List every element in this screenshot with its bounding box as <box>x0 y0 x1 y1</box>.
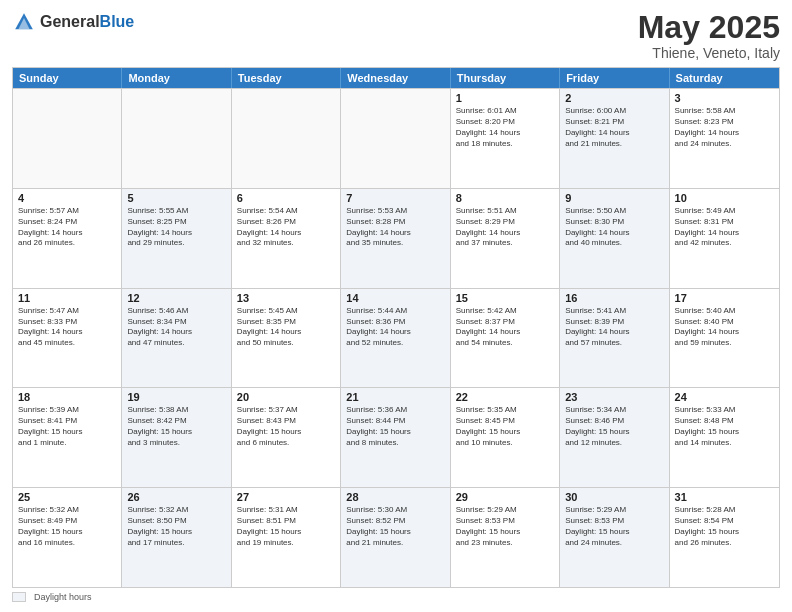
day-number: 19 <box>127 391 225 403</box>
logo-icon <box>12 10 36 34</box>
logo: GeneralBlue <box>12 10 134 34</box>
cal-cell-w4-d4: 21Sunrise: 5:36 AM Sunset: 8:44 PM Dayli… <box>341 388 450 487</box>
day-number: 8 <box>456 192 554 204</box>
cal-cell-w1-d2 <box>122 89 231 188</box>
cell-info: Sunrise: 5:51 AM Sunset: 8:29 PM Dayligh… <box>456 206 554 249</box>
calendar-week-4: 18Sunrise: 5:39 AM Sunset: 8:41 PM Dayli… <box>13 387 779 487</box>
location-title: Thiene, Veneto, Italy <box>638 45 780 61</box>
cal-cell-w2-d4: 7Sunrise: 5:53 AM Sunset: 8:28 PM Daylig… <box>341 189 450 288</box>
day-number: 2 <box>565 92 663 104</box>
cal-cell-w3-d1: 11Sunrise: 5:47 AM Sunset: 8:33 PM Dayli… <box>13 289 122 388</box>
calendar-week-2: 4Sunrise: 5:57 AM Sunset: 8:24 PM Daylig… <box>13 188 779 288</box>
day-header-saturday: Saturday <box>670 68 779 88</box>
cell-info: Sunrise: 5:49 AM Sunset: 8:31 PM Dayligh… <box>675 206 774 249</box>
cell-info: Sunrise: 5:33 AM Sunset: 8:48 PM Dayligh… <box>675 405 774 448</box>
day-number: 7 <box>346 192 444 204</box>
day-number: 28 <box>346 491 444 503</box>
day-number: 15 <box>456 292 554 304</box>
cal-cell-w4-d7: 24Sunrise: 5:33 AM Sunset: 8:48 PM Dayli… <box>670 388 779 487</box>
cell-info: Sunrise: 5:55 AM Sunset: 8:25 PM Dayligh… <box>127 206 225 249</box>
cal-cell-w2-d1: 4Sunrise: 5:57 AM Sunset: 8:24 PM Daylig… <box>13 189 122 288</box>
day-number: 12 <box>127 292 225 304</box>
cal-cell-w4-d3: 20Sunrise: 5:37 AM Sunset: 8:43 PM Dayli… <box>232 388 341 487</box>
day-header-tuesday: Tuesday <box>232 68 341 88</box>
day-number: 4 <box>18 192 116 204</box>
cal-cell-w4-d1: 18Sunrise: 5:39 AM Sunset: 8:41 PM Dayli… <box>13 388 122 487</box>
cal-cell-w5-d6: 30Sunrise: 5:29 AM Sunset: 8:53 PM Dayli… <box>560 488 669 587</box>
cell-info: Sunrise: 5:40 AM Sunset: 8:40 PM Dayligh… <box>675 306 774 349</box>
cell-info: Sunrise: 5:28 AM Sunset: 8:54 PM Dayligh… <box>675 505 774 548</box>
day-number: 20 <box>237 391 335 403</box>
cell-info: Sunrise: 6:00 AM Sunset: 8:21 PM Dayligh… <box>565 106 663 149</box>
cal-cell-w2-d2: 5Sunrise: 5:55 AM Sunset: 8:25 PM Daylig… <box>122 189 231 288</box>
logo-text: GeneralBlue <box>40 13 134 31</box>
day-number: 25 <box>18 491 116 503</box>
cell-info: Sunrise: 5:29 AM Sunset: 8:53 PM Dayligh… <box>456 505 554 548</box>
cal-cell-w5-d5: 29Sunrise: 5:29 AM Sunset: 8:53 PM Dayli… <box>451 488 560 587</box>
cal-cell-w3-d3: 13Sunrise: 5:45 AM Sunset: 8:35 PM Dayli… <box>232 289 341 388</box>
cell-info: Sunrise: 5:39 AM Sunset: 8:41 PM Dayligh… <box>18 405 116 448</box>
calendar-week-1: 1Sunrise: 6:01 AM Sunset: 8:20 PM Daylig… <box>13 88 779 188</box>
day-number: 17 <box>675 292 774 304</box>
cell-info: Sunrise: 5:44 AM Sunset: 8:36 PM Dayligh… <box>346 306 444 349</box>
cal-cell-w3-d7: 17Sunrise: 5:40 AM Sunset: 8:40 PM Dayli… <box>670 289 779 388</box>
day-header-thursday: Thursday <box>451 68 560 88</box>
calendar-week-5: 25Sunrise: 5:32 AM Sunset: 8:49 PM Dayli… <box>13 487 779 587</box>
calendar-body: 1Sunrise: 6:01 AM Sunset: 8:20 PM Daylig… <box>13 88 779 587</box>
day-number: 6 <box>237 192 335 204</box>
legend: Daylight hours <box>12 592 780 602</box>
cal-cell-w2-d3: 6Sunrise: 5:54 AM Sunset: 8:26 PM Daylig… <box>232 189 341 288</box>
day-number: 29 <box>456 491 554 503</box>
cell-info: Sunrise: 5:46 AM Sunset: 8:34 PM Dayligh… <box>127 306 225 349</box>
cell-info: Sunrise: 5:50 AM Sunset: 8:30 PM Dayligh… <box>565 206 663 249</box>
cell-info: Sunrise: 5:58 AM Sunset: 8:23 PM Dayligh… <box>675 106 774 149</box>
day-number: 23 <box>565 391 663 403</box>
cell-info: Sunrise: 5:54 AM Sunset: 8:26 PM Dayligh… <box>237 206 335 249</box>
month-title: May 2025 <box>638 10 780 45</box>
cell-info: Sunrise: 5:36 AM Sunset: 8:44 PM Dayligh… <box>346 405 444 448</box>
cal-cell-w2-d7: 10Sunrise: 5:49 AM Sunset: 8:31 PM Dayli… <box>670 189 779 288</box>
cal-cell-w5-d1: 25Sunrise: 5:32 AM Sunset: 8:49 PM Dayli… <box>13 488 122 587</box>
title-block: May 2025 Thiene, Veneto, Italy <box>638 10 780 61</box>
day-number: 1 <box>456 92 554 104</box>
cal-cell-w1-d5: 1Sunrise: 6:01 AM Sunset: 8:20 PM Daylig… <box>451 89 560 188</box>
cal-cell-w5-d4: 28Sunrise: 5:30 AM Sunset: 8:52 PM Dayli… <box>341 488 450 587</box>
cell-info: Sunrise: 5:47 AM Sunset: 8:33 PM Dayligh… <box>18 306 116 349</box>
day-header-monday: Monday <box>122 68 231 88</box>
day-number: 14 <box>346 292 444 304</box>
calendar: SundayMondayTuesdayWednesdayThursdayFrid… <box>12 67 780 588</box>
day-number: 11 <box>18 292 116 304</box>
cell-info: Sunrise: 5:32 AM Sunset: 8:50 PM Dayligh… <box>127 505 225 548</box>
cell-info: Sunrise: 5:37 AM Sunset: 8:43 PM Dayligh… <box>237 405 335 448</box>
day-number: 27 <box>237 491 335 503</box>
day-number: 16 <box>565 292 663 304</box>
cell-info: Sunrise: 5:53 AM Sunset: 8:28 PM Dayligh… <box>346 206 444 249</box>
cal-cell-w1-d4 <box>341 89 450 188</box>
cell-info: Sunrise: 5:34 AM Sunset: 8:46 PM Dayligh… <box>565 405 663 448</box>
day-number: 18 <box>18 391 116 403</box>
cell-info: Sunrise: 5:41 AM Sunset: 8:39 PM Dayligh… <box>565 306 663 349</box>
legend-label: Daylight hours <box>34 592 92 602</box>
day-number: 30 <box>565 491 663 503</box>
cal-cell-w1-d3 <box>232 89 341 188</box>
cal-cell-w3-d4: 14Sunrise: 5:44 AM Sunset: 8:36 PM Dayli… <box>341 289 450 388</box>
cell-info: Sunrise: 5:31 AM Sunset: 8:51 PM Dayligh… <box>237 505 335 548</box>
legend-box <box>12 592 26 602</box>
cal-cell-w5-d7: 31Sunrise: 5:28 AM Sunset: 8:54 PM Dayli… <box>670 488 779 587</box>
day-number: 5 <box>127 192 225 204</box>
cell-info: Sunrise: 5:38 AM Sunset: 8:42 PM Dayligh… <box>127 405 225 448</box>
cal-cell-w2-d6: 9Sunrise: 5:50 AM Sunset: 8:30 PM Daylig… <box>560 189 669 288</box>
logo-general: General <box>40 13 100 30</box>
day-number: 9 <box>565 192 663 204</box>
cal-cell-w1-d6: 2Sunrise: 6:00 AM Sunset: 8:21 PM Daylig… <box>560 89 669 188</box>
cell-info: Sunrise: 5:45 AM Sunset: 8:35 PM Dayligh… <box>237 306 335 349</box>
cal-cell-w5-d3: 27Sunrise: 5:31 AM Sunset: 8:51 PM Dayli… <box>232 488 341 587</box>
day-number: 26 <box>127 491 225 503</box>
day-number: 3 <box>675 92 774 104</box>
cell-info: Sunrise: 5:42 AM Sunset: 8:37 PM Dayligh… <box>456 306 554 349</box>
day-number: 31 <box>675 491 774 503</box>
cal-cell-w5-d2: 26Sunrise: 5:32 AM Sunset: 8:50 PM Dayli… <box>122 488 231 587</box>
cell-info: Sunrise: 5:35 AM Sunset: 8:45 PM Dayligh… <box>456 405 554 448</box>
page: GeneralBlue May 2025 Thiene, Veneto, Ita… <box>0 0 792 612</box>
cell-info: Sunrise: 6:01 AM Sunset: 8:20 PM Dayligh… <box>456 106 554 149</box>
